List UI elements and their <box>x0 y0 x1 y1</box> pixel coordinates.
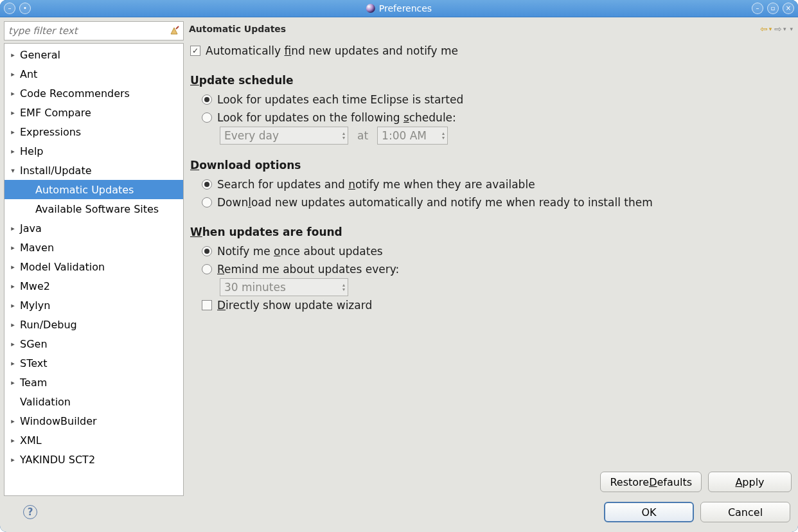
tree-item[interactable]: ▸Java <box>4 218 183 238</box>
window-shade-button[interactable]: • <box>19 3 31 14</box>
chevron-down-icon[interactable]: ▾ <box>8 166 17 175</box>
tree-item[interactable]: ▾Install/Update <box>4 161 183 180</box>
clear-filter-icon[interactable] <box>169 25 181 37</box>
schedule-time-combo: 1:00 AM ▴▾ <box>377 127 448 145</box>
tree-item-label: Automatic Updates <box>33 184 134 196</box>
tree-item-label: WindowBuilder <box>17 415 97 427</box>
tree-item[interactable]: ▸Maven <box>4 238 183 257</box>
found-notify-once-radio[interactable] <box>202 246 212 256</box>
tree-item-label: Help <box>17 145 43 157</box>
tree-item[interactable]: ▸WindowBuilder <box>4 411 183 430</box>
schedule-frequency-combo: Every day ▴▾ <box>220 127 348 145</box>
tree-item[interactable]: ▸Available Software Sites <box>4 199 183 218</box>
schedule-on-start-label: Look for updates each time Eclipse is st… <box>217 93 463 106</box>
tree-item[interactable]: ▸Code Recommenders <box>4 84 183 103</box>
tree-item-label: Mwe2 <box>17 280 50 292</box>
tree-item[interactable]: ▸YAKINDU SCT2 <box>4 450 183 469</box>
bottom-bar: ? OK Cancel <box>4 496 794 528</box>
chevron-right-icon[interactable]: ▸ <box>8 109 17 117</box>
found-remind-label: Remind me about updates every: <box>217 263 399 276</box>
tree-item-label: Validation <box>17 396 71 408</box>
tree-item[interactable]: ▸Mylyn <box>4 296 183 315</box>
tree-item[interactable]: ▸Expressions <box>4 122 183 141</box>
preferences-tree[interactable]: ▸General▸Ant▸Code Recommenders▸EMF Compa… <box>4 43 184 496</box>
nav-back-icon[interactable]: ⇦▾ <box>760 24 772 34</box>
tree-item-label: Model Validation <box>17 261 105 273</box>
tree-item-label: Install/Update <box>17 164 92 177</box>
tree-item[interactable]: ▸Mwe2 <box>4 276 183 296</box>
cancel-button[interactable]: Cancel <box>700 502 790 522</box>
chevron-right-icon[interactable]: ▸ <box>8 321 17 329</box>
client-area: ▸General▸Ant▸Code Recommenders▸EMF Compa… <box>0 17 798 532</box>
auto-find-label: Automatically find new updates and notif… <box>206 44 458 57</box>
tree-item-label: Maven <box>17 242 54 254</box>
chevron-right-icon[interactable]: ▸ <box>8 359 17 368</box>
chevron-right-icon[interactable]: ▸ <box>8 244 17 252</box>
found-remind-radio[interactable] <box>202 264 212 274</box>
chevron-right-icon[interactable]: ▸ <box>8 301 17 310</box>
auto-find-checkbox[interactable] <box>190 46 200 56</box>
chevron-right-icon[interactable]: ▸ <box>8 224 17 233</box>
content-pane: Automatic Updates ⇦▾ ⇨▾ ▾ Automatically … <box>188 21 794 496</box>
tree-item[interactable]: ▸Ant <box>4 64 183 84</box>
nav-menu-icon[interactable]: ▾ <box>788 26 793 32</box>
tree-item[interactable]: ▸SGen <box>4 334 183 353</box>
schedule-following-radio[interactable] <box>202 112 212 123</box>
chevron-right-icon[interactable]: ▸ <box>8 378 17 387</box>
tree-item[interactable]: ▸Automatic Updates <box>4 180 183 199</box>
tree-item[interactable]: ▸Model Validation <box>4 257 183 276</box>
tree-item-label: Java <box>17 222 42 235</box>
found-notify-once-label: Notify me once about updates <box>217 245 383 258</box>
sidebar: ▸General▸Ant▸Code Recommenders▸EMF Compa… <box>4 21 184 496</box>
tree-item-label: Run/Debug <box>17 319 77 331</box>
tree-item[interactable]: ▸Help <box>4 141 183 161</box>
nav-forward-icon[interactable]: ⇨▾ <box>774 24 786 34</box>
minimize-button[interactable]: – <box>752 3 763 14</box>
tree-item[interactable]: ▸EMF Compare <box>4 103 183 122</box>
page-title: Automatic Updates <box>189 24 286 34</box>
chevron-right-icon[interactable]: ▸ <box>8 282 17 290</box>
chevron-right-icon[interactable]: ▸ <box>8 436 17 445</box>
when-found-heading: When updates are found <box>190 226 792 238</box>
update-schedule-heading: Update schedule <box>190 74 792 87</box>
schedule-on-start-radio[interactable] <box>202 94 212 105</box>
chevron-right-icon[interactable]: ▸ <box>8 89 17 98</box>
schedule-at-label: at <box>357 129 368 142</box>
schedule-following-label: Look for updates on the following schedu… <box>217 111 456 124</box>
close-button[interactable]: × <box>783 3 794 14</box>
chevron-right-icon[interactable]: ▸ <box>8 340 17 348</box>
remind-interval-combo: 30 minutes ▴▾ <box>220 278 348 296</box>
chevron-right-icon[interactable]: ▸ <box>8 51 17 59</box>
tree-item[interactable]: ▸Validation <box>4 392 183 411</box>
tree-item[interactable]: ▸SText <box>4 353 183 373</box>
restore-defaults-button[interactable]: Restore Defaults <box>600 472 702 492</box>
direct-wizard-checkbox[interactable] <box>202 300 212 310</box>
tree-item[interactable]: ▸XML <box>4 430 183 450</box>
chevron-right-icon[interactable]: ▸ <box>8 147 17 155</box>
eclipse-icon <box>366 4 375 13</box>
filter-box <box>4 21 184 40</box>
download-options-heading: Download options <box>190 159 792 172</box>
window-menu-button[interactable]: – <box>4 3 15 14</box>
maximize-button[interactable]: ▫ <box>767 3 779 14</box>
chevron-right-icon[interactable]: ▸ <box>8 456 17 464</box>
titlebar: – • Preferences – ▫ × <box>0 0 798 17</box>
chevron-right-icon[interactable]: ▸ <box>8 128 17 136</box>
chevron-right-icon[interactable]: ▸ <box>8 417 17 425</box>
tree-item[interactable]: ▸Team <box>4 373 183 392</box>
filter-input[interactable] <box>7 24 169 37</box>
tree-item[interactable]: ▸General <box>4 45 183 64</box>
window-title: Preferences <box>379 3 432 13</box>
tree-item-label: Available Software Sites <box>33 203 159 215</box>
ok-button[interactable]: OK <box>604 502 694 522</box>
apply-button[interactable]: Apply <box>708 472 792 492</box>
tree-item-label: XML <box>17 434 42 447</box>
help-icon[interactable]: ? <box>23 505 37 519</box>
tree-item-label: Ant <box>17 68 37 80</box>
download-notify-radio[interactable] <box>202 179 212 190</box>
chevron-right-icon[interactable]: ▸ <box>8 263 17 271</box>
download-auto-radio[interactable] <box>202 197 212 208</box>
chevron-right-icon[interactable]: ▸ <box>8 70 17 78</box>
tree-item-label: SText <box>17 357 48 369</box>
tree-item[interactable]: ▸Run/Debug <box>4 315 183 334</box>
